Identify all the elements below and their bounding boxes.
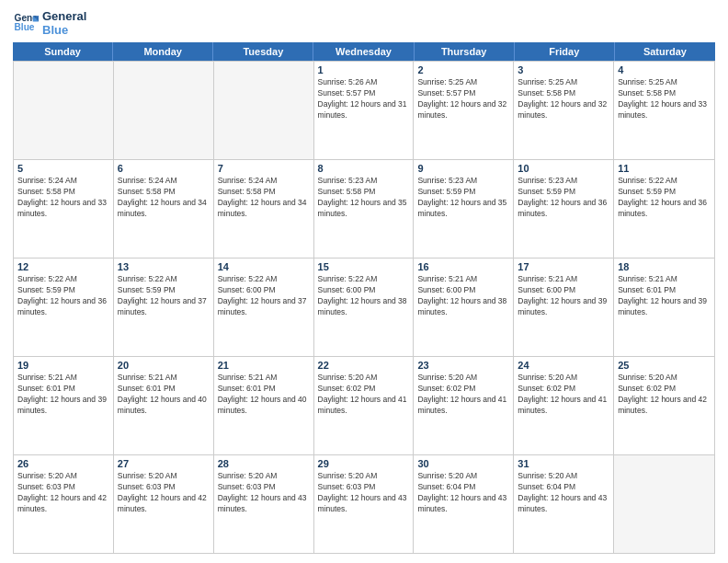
day-number: 18	[618, 261, 711, 272]
cal-cell: 4Sunrise: 5:25 AM Sunset: 5:58 PM Daylig…	[614, 62, 714, 159]
weekday-header-sunday: Sunday	[13, 42, 113, 61]
day-info: Sunrise: 5:20 AM Sunset: 6:03 PM Dayligh…	[17, 471, 109, 515]
cal-cell: 1Sunrise: 5:26 AM Sunset: 5:57 PM Daylig…	[314, 62, 415, 159]
cal-cell: 26Sunrise: 5:20 AM Sunset: 6:03 PM Dayli…	[14, 455, 114, 553]
cal-cell: 24Sunrise: 5:20 AM Sunset: 6:02 PM Dayli…	[514, 357, 614, 454]
cal-cell: 10Sunrise: 5:23 AM Sunset: 5:59 PM Dayli…	[514, 160, 614, 258]
weekday-header-wednesday: Wednesday	[313, 42, 414, 61]
calendar-row-1: 5Sunrise: 5:24 AM Sunset: 5:58 PM Daylig…	[14, 160, 714, 259]
cal-cell: 18Sunrise: 5:21 AM Sunset: 6:01 PM Dayli…	[614, 259, 714, 356]
day-info: Sunrise: 5:22 AM Sunset: 5:59 PM Dayligh…	[618, 176, 711, 220]
day-info: Sunrise: 5:21 AM Sunset: 6:01 PM Dayligh…	[118, 373, 210, 417]
day-number: 15	[318, 261, 410, 272]
cal-cell: 19Sunrise: 5:21 AM Sunset: 6:01 PM Dayli…	[14, 357, 114, 454]
cal-cell: 23Sunrise: 5:20 AM Sunset: 6:02 PM Dayli…	[414, 357, 514, 454]
day-info: Sunrise: 5:21 AM Sunset: 6:00 PM Dayligh…	[417, 274, 509, 318]
day-info: Sunrise: 5:26 AM Sunset: 5:57 PM Dayligh…	[318, 77, 410, 121]
calendar-body: 1Sunrise: 5:26 AM Sunset: 5:57 PM Daylig…	[13, 61, 715, 554]
cal-cell: 22Sunrise: 5:20 AM Sunset: 6:02 PM Dayli…	[314, 357, 415, 454]
day-number: 29	[318, 458, 410, 469]
day-number: 16	[417, 261, 509, 272]
day-info: Sunrise: 5:20 AM Sunset: 6:04 PM Dayligh…	[518, 471, 609, 515]
day-number: 5	[17, 163, 109, 174]
day-number: 25	[618, 360, 711, 371]
cal-cell: 29Sunrise: 5:20 AM Sunset: 6:03 PM Dayli…	[314, 455, 415, 553]
day-info: Sunrise: 5:20 AM Sunset: 6:02 PM Dayligh…	[518, 373, 609, 417]
weekday-header-tuesday: Tuesday	[213, 42, 313, 61]
weekday-header-saturday: Saturday	[615, 42, 715, 61]
cal-cell	[214, 62, 314, 159]
day-number: 4	[618, 64, 711, 75]
day-number: 20	[118, 360, 210, 371]
day-number: 7	[218, 163, 310, 174]
cal-cell: 9Sunrise: 5:23 AM Sunset: 5:59 PM Daylig…	[414, 160, 514, 258]
cal-cell: 12Sunrise: 5:22 AM Sunset: 5:59 PM Dayli…	[14, 259, 114, 356]
day-number: 10	[518, 163, 609, 174]
day-info: Sunrise: 5:20 AM Sunset: 6:02 PM Dayligh…	[318, 373, 410, 417]
svg-text:Blue: Blue	[15, 22, 35, 32]
day-number: 23	[417, 360, 509, 371]
calendar-row-4: 26Sunrise: 5:20 AM Sunset: 6:03 PM Dayli…	[14, 455, 714, 553]
cal-cell: 20Sunrise: 5:21 AM Sunset: 6:01 PM Dayli…	[114, 357, 214, 454]
calendar-row-2: 12Sunrise: 5:22 AM Sunset: 5:59 PM Dayli…	[14, 259, 714, 357]
day-info: Sunrise: 5:20 AM Sunset: 6:02 PM Dayligh…	[417, 373, 509, 417]
cal-cell: 5Sunrise: 5:24 AM Sunset: 5:58 PM Daylig…	[14, 160, 114, 258]
cal-cell: 28Sunrise: 5:20 AM Sunset: 6:03 PM Dayli…	[214, 455, 314, 553]
cal-cell: 15Sunrise: 5:22 AM Sunset: 6:00 PM Dayli…	[314, 259, 415, 356]
day-info: Sunrise: 5:24 AM Sunset: 5:58 PM Dayligh…	[17, 176, 109, 220]
day-number: 30	[417, 458, 509, 469]
day-info: Sunrise: 5:20 AM Sunset: 6:03 PM Dayligh…	[318, 471, 410, 515]
day-number: 14	[218, 261, 310, 272]
cal-cell: 3Sunrise: 5:25 AM Sunset: 5:58 PM Daylig…	[514, 62, 614, 159]
day-number: 1	[318, 64, 410, 75]
cal-cell: 6Sunrise: 5:24 AM Sunset: 5:58 PM Daylig…	[114, 160, 214, 258]
day-info: Sunrise: 5:20 AM Sunset: 6:03 PM Dayligh…	[118, 471, 210, 515]
day-info: Sunrise: 5:21 AM Sunset: 6:00 PM Dayligh…	[518, 274, 609, 318]
day-number: 31	[518, 458, 609, 469]
day-info: Sunrise: 5:25 AM Sunset: 5:58 PM Dayligh…	[518, 77, 609, 121]
day-info: Sunrise: 5:21 AM Sunset: 6:01 PM Dayligh…	[17, 373, 109, 417]
calendar-row-3: 19Sunrise: 5:21 AM Sunset: 6:01 PM Dayli…	[14, 357, 714, 455]
cal-cell: 11Sunrise: 5:22 AM Sunset: 5:59 PM Dayli…	[614, 160, 714, 258]
logo-icon: General Blue	[13, 10, 39, 36]
cal-cell: 21Sunrise: 5:21 AM Sunset: 6:01 PM Dayli…	[214, 357, 314, 454]
day-number: 3	[518, 64, 609, 75]
logo-general: General	[42, 9, 86, 23]
cal-cell: 7Sunrise: 5:24 AM Sunset: 5:58 PM Daylig…	[214, 160, 314, 258]
header: General Blue General Blue	[13, 9, 715, 37]
day-number: 2	[417, 64, 509, 75]
calendar-header: SundayMondayTuesdayWednesdayThursdayFrid…	[13, 42, 715, 61]
day-number: 6	[118, 163, 210, 174]
day-number: 13	[118, 261, 210, 272]
day-info: Sunrise: 5:22 AM Sunset: 6:00 PM Dayligh…	[318, 274, 410, 318]
weekday-header-monday: Monday	[113, 42, 213, 61]
calendar-row-0: 1Sunrise: 5:26 AM Sunset: 5:57 PM Daylig…	[14, 62, 714, 160]
cal-cell	[14, 62, 114, 159]
day-info: Sunrise: 5:24 AM Sunset: 5:58 PM Dayligh…	[118, 176, 210, 220]
day-info: Sunrise: 5:24 AM Sunset: 5:58 PM Dayligh…	[218, 176, 310, 220]
day-number: 12	[17, 261, 109, 272]
cal-cell	[614, 455, 714, 553]
day-number: 19	[17, 360, 109, 371]
cal-cell: 30Sunrise: 5:20 AM Sunset: 6:04 PM Dayli…	[414, 455, 514, 553]
day-info: Sunrise: 5:21 AM Sunset: 6:01 PM Dayligh…	[218, 373, 310, 417]
cal-cell: 16Sunrise: 5:21 AM Sunset: 6:00 PM Dayli…	[414, 259, 514, 356]
cal-cell: 13Sunrise: 5:22 AM Sunset: 5:59 PM Dayli…	[114, 259, 214, 356]
day-number: 11	[618, 163, 711, 174]
day-info: Sunrise: 5:20 AM Sunset: 6:04 PM Dayligh…	[417, 471, 509, 515]
day-info: Sunrise: 5:20 AM Sunset: 6:03 PM Dayligh…	[218, 471, 310, 515]
day-info: Sunrise: 5:20 AM Sunset: 6:02 PM Dayligh…	[618, 373, 711, 417]
day-number: 8	[318, 163, 410, 174]
day-number: 21	[218, 360, 310, 371]
logo-blue: Blue	[42, 23, 86, 37]
day-number: 22	[318, 360, 410, 371]
day-number: 26	[17, 458, 109, 469]
cal-cell: 2Sunrise: 5:25 AM Sunset: 5:57 PM Daylig…	[414, 62, 514, 159]
cal-cell: 25Sunrise: 5:20 AM Sunset: 6:02 PM Dayli…	[614, 357, 714, 454]
page: General Blue General Blue SundayMondayTu…	[0, 0, 728, 563]
day-info: Sunrise: 5:22 AM Sunset: 5:59 PM Dayligh…	[118, 274, 210, 318]
cal-cell: 8Sunrise: 5:23 AM Sunset: 5:58 PM Daylig…	[314, 160, 415, 258]
day-info: Sunrise: 5:23 AM Sunset: 5:59 PM Dayligh…	[417, 176, 509, 220]
weekday-header-thursday: Thursday	[415, 42, 515, 61]
cal-cell: 31Sunrise: 5:20 AM Sunset: 6:04 PM Dayli…	[514, 455, 614, 553]
